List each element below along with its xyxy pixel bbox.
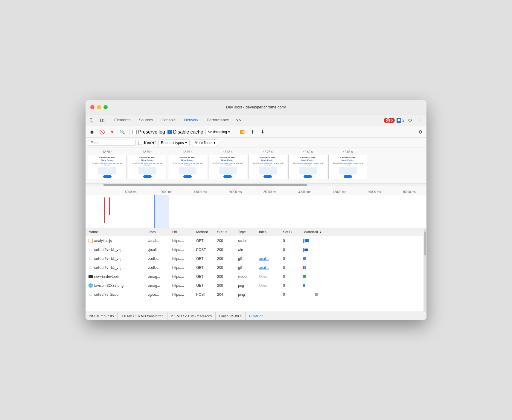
horizontal-scrollbar[interactable] <box>86 184 426 186</box>
invert-label[interactable]: Invert <box>138 140 156 145</box>
screenshot-item[interactable]: 42.78 s A Powerful Web.Made Easier. Simp… <box>248 150 287 179</box>
wifi-icon[interactable]: 📶 <box>238 128 246 136</box>
tab-performance[interactable]: Performance <box>202 114 233 126</box>
screenshot-thumb: A Powerful Web.Made Easier. Simplifying … <box>168 155 207 179</box>
table-row[interactable]: new-in-devtools-... /imag... https:... G… <box>86 272 423 281</box>
timeline-chart[interactable] <box>86 195 426 228</box>
preserve-log-checkbox[interactable] <box>132 130 137 134</box>
preserve-log-label[interactable]: Preserve log <box>132 129 165 135</box>
td-initiator[interactable]: anal... <box>257 266 281 270</box>
info-count: 2 <box>402 118 404 122</box>
th-path[interactable]: Path <box>147 230 170 234</box>
search-button[interactable]: 🔍 <box>118 128 126 136</box>
th-waterfall[interactable]: Waterfall ▲ <box>302 230 422 234</box>
tab-sources[interactable]: Sources <box>135 114 157 126</box>
tab-network[interactable]: Network <box>180 114 203 126</box>
screenshot-time: 42.30 s <box>103 150 112 154</box>
table-row[interactable]: 🌐 favicon-32x32.png /imag... https:... G… <box>86 281 423 290</box>
status-finish: Finish: 35.88 s <box>216 312 246 320</box>
table-row[interactable]: □ collect?v=2&tid=... /g/co... https:...… <box>86 290 423 299</box>
td-set-c: 0 <box>281 266 302 270</box>
ruler-mark-1: 5000 ms <box>113 190 148 194</box>
disable-cache-label[interactable]: ✓ Disable cache <box>167 129 203 135</box>
screenshot-time: 42.80 s <box>303 150 313 154</box>
filter-bar: Invert Request types ▾ More filters ▾ <box>86 138 426 148</box>
td-waterfall <box>302 293 422 296</box>
record-button[interactable]: ⏺ <box>88 128 96 136</box>
js-file-icon: {} <box>89 239 93 243</box>
download-icon[interactable]: ⬇ <box>259 128 266 136</box>
ruler-mark-5: 25000 ms <box>252 190 287 194</box>
row-name: □ collect?v=1&_v=j... <box>87 257 147 261</box>
tab-elements[interactable]: Elements <box>110 114 135 126</box>
thumb-subtitle: Simplifying the web to help you grow and… <box>250 162 286 166</box>
filter-input-wrap <box>88 140 136 146</box>
td-url: https:... <box>170 266 194 270</box>
table-row[interactable]: □ collect?v=1&_v=j... /j/coll... https:.… <box>86 245 423 254</box>
th-status[interactable]: Status <box>215 230 236 234</box>
screenshot-item[interactable]: 42.68 s A Powerful Web.Made Easier. Simp… <box>208 150 247 179</box>
thumb-subtitle: Simplifying the web to help you grow and… <box>129 162 165 166</box>
screenshot-item[interactable]: 42.86 s A Powerful Web.Made Easier. Simp… <box>328 150 367 179</box>
thumb-title: A Powerful Web.Made Easier. <box>220 156 236 162</box>
vertical-scrollbar[interactable] <box>423 228 426 312</box>
tab-bar: Elements Sources Console Network Perform… <box>86 114 426 126</box>
th-initiator[interactable]: Initia... <box>257 230 281 234</box>
td-set-c: 0 <box>281 257 302 261</box>
th-method[interactable]: Method <box>194 230 215 234</box>
disable-cache-checkbox[interactable]: ✓ <box>167 130 172 134</box>
toolbar-sep-1 <box>129 129 129 135</box>
screenshot-thumb: A Powerful Web.Made Easier. Simplifying … <box>88 155 127 179</box>
th-type[interactable]: Type <box>236 230 257 234</box>
img-file-icon <box>89 275 93 278</box>
filter-input[interactable] <box>91 141 133 145</box>
screenshot-item[interactable]: 42.66 s A Powerful Web.Made Easier. Simp… <box>168 150 207 179</box>
table-row[interactable]: {} analytics.js /anal... https:... GET 2… <box>86 236 423 245</box>
more-options-icon[interactable]: ⋮ <box>416 116 424 124</box>
filter-icon[interactable]: ▼ <box>108 128 116 136</box>
screenshot-item[interactable]: 42.30 s A Powerful Web.Made Easier. Simp… <box>88 150 127 179</box>
filename: new-in-devtools-... <box>94 275 124 279</box>
screenshot-item[interactable]: 42.60 s A Powerful Web.Made Easier. Simp… <box>128 150 167 179</box>
info-badge[interactable]: 💬 2 <box>397 118 404 123</box>
settings-icon[interactable]: ⚙ <box>406 116 414 124</box>
clear-button[interactable]: 🚫 <box>98 128 106 136</box>
th-name[interactable]: Name <box>87 230 147 234</box>
td-type: script <box>236 239 257 243</box>
toolbar-sep-2 <box>235 129 235 135</box>
minimize-button[interactable] <box>97 105 101 109</box>
th-url[interactable]: Url <box>170 230 194 234</box>
close-button[interactable] <box>90 105 95 109</box>
device-toggle-icon[interactable] <box>98 116 106 125</box>
tab-overflow-btn[interactable]: >> <box>233 118 244 123</box>
throttle-arrow-icon: ▾ <box>228 130 230 134</box>
thumb-cta-btn <box>143 175 152 178</box>
scrollbar-handle[interactable] <box>424 232 426 255</box>
td-url: https:... <box>170 283 194 288</box>
row-name: □ collect?v=2&tid=... <box>87 292 147 297</box>
table-header: Name Path Url Method Status Type Initia.… <box>86 228 423 236</box>
throttle-select[interactable]: No throttling ▾ <box>205 129 232 135</box>
tab-console[interactable]: Console <box>157 114 180 126</box>
select-element-icon[interactable] <box>88 116 96 125</box>
timeline-selection[interactable] <box>154 195 169 228</box>
th-set-cookies[interactable]: Set C... <box>281 230 302 234</box>
status-resources: 2.1 MB / 2.1 MB resources <box>167 312 216 320</box>
request-types-btn[interactable]: Request types ▾ <box>158 140 190 146</box>
horizontal-scrollbar-thumb[interactable] <box>103 184 307 186</box>
td-initiator[interactable]: anal... <box>257 257 281 261</box>
row-name: □ collect?v=1&_v=j... <box>87 266 147 270</box>
maximize-button[interactable] <box>103 105 108 109</box>
ruler-mark-3: 15000 ms <box>183 190 218 194</box>
upload-icon[interactable]: ⬆ <box>249 128 256 136</box>
error-badge[interactable]: ✕ 6 <box>384 118 395 123</box>
network-settings-icon[interactable]: ⚙ <box>416 128 424 136</box>
more-filters-btn[interactable]: More filters ▾ <box>192 140 218 146</box>
invert-checkbox[interactable] <box>138 141 142 145</box>
row-name: 🌐 favicon-32x32.png <box>87 283 147 288</box>
table-row[interactable]: □ collect?v=1&_v=j... /collect https:...… <box>86 263 423 272</box>
screenshot-item[interactable]: 42.80 s A Powerful Web.Made Easier. Simp… <box>288 150 327 179</box>
traffic-lights <box>90 105 108 109</box>
thumb-image <box>98 167 116 174</box>
table-row[interactable]: □ collect?v=1&_v=j... /collect https:...… <box>86 254 423 263</box>
